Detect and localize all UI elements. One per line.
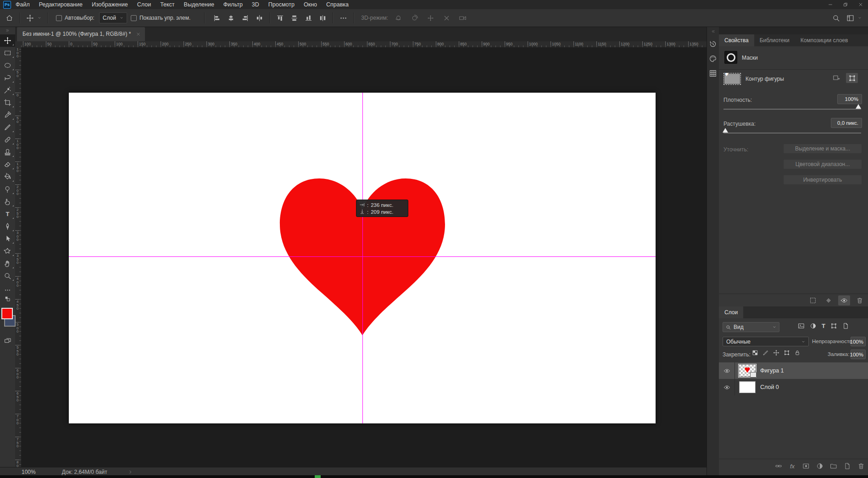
menu-item-3[interactable]: Слои [133, 0, 156, 9]
default-colors-icon[interactable] [0, 295, 15, 303]
trash-icon[interactable] [854, 295, 866, 306]
layer-visibility-toggle[interactable] [719, 362, 735, 379]
tab-layer-comps[interactable]: Композиции слоев [795, 34, 854, 46]
show-controls-checkbox[interactable] [131, 15, 137, 21]
tab-layers[interactable]: Слои [719, 306, 743, 318]
search-icon[interactable] [832, 14, 840, 22]
workspace-icon[interactable] [846, 14, 854, 22]
lock-move-icon[interactable] [773, 350, 779, 356]
menu-item-7[interactable]: 3D [247, 0, 264, 9]
lock-checker-icon[interactable] [752, 350, 758, 356]
chevron-down-icon[interactable] [38, 16, 41, 20]
refine-button-0[interactable]: Выделение и маска... [783, 144, 862, 154]
opacity-value[interactable]: 100% [851, 337, 866, 346]
minimize-button[interactable] [823, 0, 838, 9]
lasso-tool[interactable] [0, 72, 15, 84]
palette-panel-icon[interactable] [709, 55, 717, 63]
zoom-tool[interactable] [0, 270, 15, 282]
menu-item-6[interactable]: Фильтр [219, 0, 247, 9]
layer-row[interactable]: Слой 0 [719, 379, 868, 395]
feather-value[interactable]: 0,0 пикс. [831, 118, 862, 128]
autoselect-checkbox[interactable] [56, 15, 62, 21]
dist-v-icon[interactable] [290, 14, 298, 22]
restore-button[interactable] [838, 0, 853, 9]
home-icon[interactable] [6, 14, 13, 22]
lock-padlock-icon[interactable] [794, 350, 801, 356]
feather-slider[interactable] [723, 133, 861, 133]
menu-item-8[interactable]: Просмотр [264, 0, 299, 9]
clone-stamp-tool[interactable] [0, 146, 15, 158]
lock-frame-icon[interactable] [784, 350, 790, 356]
folder-icon[interactable] [829, 461, 838, 471]
shape-path-thumbnail[interactable]: ♥ [724, 74, 740, 84]
collapse-toolbar-icon[interactable] [6, 28, 10, 33]
tab-properties[interactable]: Свойства [719, 34, 754, 46]
frame-filter-icon[interactable] [830, 322, 837, 329]
menu-item-0[interactable]: Файл [11, 0, 34, 9]
menu-item-9[interactable]: Окно [299, 0, 322, 9]
vertical-guide[interactable] [362, 93, 363, 423]
vector-mask-target-icon[interactable] [846, 73, 858, 83]
photoshop-logo-icon[interactable]: Ps [3, 1, 11, 9]
elliptical-marquee-tool[interactable] [0, 59, 15, 72]
blend-mode-dropdown[interactable]: Обычные [723, 337, 809, 346]
menu-item-4[interactable]: Текст [156, 0, 179, 9]
lock-brush-icon[interactable] [762, 350, 769, 356]
history-panel-icon[interactable] [709, 40, 717, 48]
eyedropper-tool[interactable] [0, 109, 15, 121]
apply-mask-icon[interactable] [823, 295, 835, 306]
expand-panels-icon[interactable] [711, 29, 715, 33]
vertical-ruler[interactable]: 1 0 05 005 01 0 01 5 02 0 02 5 03 0 03 5… [15, 47, 22, 467]
hand-tool[interactable] [0, 257, 15, 270]
refine-button-2[interactable]: Инвертировать [783, 175, 862, 185]
density-slider[interactable] [723, 109, 861, 110]
canvas-viewport[interactable]: : 236 пикс. : 209 пикс. [21, 47, 707, 467]
fill-value[interactable]: 100% [851, 350, 866, 359]
menu-item-2[interactable]: Изображение [87, 0, 133, 9]
close-tab-icon[interactable] [136, 32, 140, 36]
pan3d-icon[interactable] [427, 14, 434, 22]
move-tool[interactable] [0, 34, 15, 47]
path-selection-tool[interactable] [0, 233, 15, 245]
eye-icon[interactable] [838, 295, 850, 306]
dist-h-icon[interactable] [319, 14, 327, 22]
rectangular-marquee-tool[interactable] [0, 47, 15, 59]
half-circle-filter-icon[interactable] [810, 322, 817, 329]
autoselect-target-dropdown[interactable]: Слой [99, 12, 127, 23]
horizontal-ruler[interactable]: 1005005010015020025030035040045050055060… [21, 41, 707, 48]
mask-thumbnail[interactable] [724, 51, 737, 64]
chevron-down-icon[interactable] [858, 16, 862, 20]
page-icon[interactable] [843, 461, 852, 471]
status-expand-icon[interactable] [128, 470, 133, 474]
menu-item-10[interactable]: Справка [322, 0, 353, 9]
layer-filter-dropdown[interactable]: Вид [723, 322, 779, 332]
eraser-tool[interactable] [0, 158, 15, 171]
grid-panel-icon[interactable] [709, 69, 717, 78]
magic-wand-tool[interactable] [0, 84, 15, 96]
layer-thumbnail[interactable] [739, 381, 756, 393]
link-icon[interactable] [774, 461, 783, 471]
type-letter-filter-icon[interactable]: T [822, 322, 825, 329]
custom-shape-tool[interactable] [0, 245, 15, 257]
align-ch-icon[interactable] [227, 14, 235, 22]
edit-toolbar-icon[interactable] [0, 285, 15, 295]
image-filter-icon[interactable] [798, 322, 805, 329]
foreground-color-swatch[interactable] [1, 308, 13, 319]
menu-item-1[interactable]: Редактирование [34, 0, 87, 9]
type-tool[interactable]: T [0, 208, 15, 220]
layer-thumbnail[interactable]: ♥ [739, 365, 756, 377]
refine-button-1[interactable]: Цветовой диапазон... [783, 159, 862, 169]
screen-mode-icon[interactable] [0, 335, 15, 346]
layer-row[interactable]: ♥Фигура 1 [719, 362, 868, 379]
layer-effects-icon[interactable]: fx [788, 461, 797, 471]
orbit-icon[interactable] [395, 14, 402, 22]
align-left-icon[interactable] [213, 14, 221, 22]
document-tab[interactable]: Без имени-1 @ 100% (Фигура 1, RGB/8#) * [17, 27, 145, 41]
align-top-icon[interactable] [276, 14, 284, 22]
feather-slider-thumb[interactable] [723, 128, 728, 133]
mask-circle-icon[interactable] [801, 461, 811, 471]
move-tool-icon[interactable] [26, 14, 34, 22]
menu-item-5[interactable]: Выделение [179, 0, 219, 9]
dist-c-icon[interactable] [256, 14, 263, 22]
dashed-square-icon[interactable] [807, 295, 819, 306]
